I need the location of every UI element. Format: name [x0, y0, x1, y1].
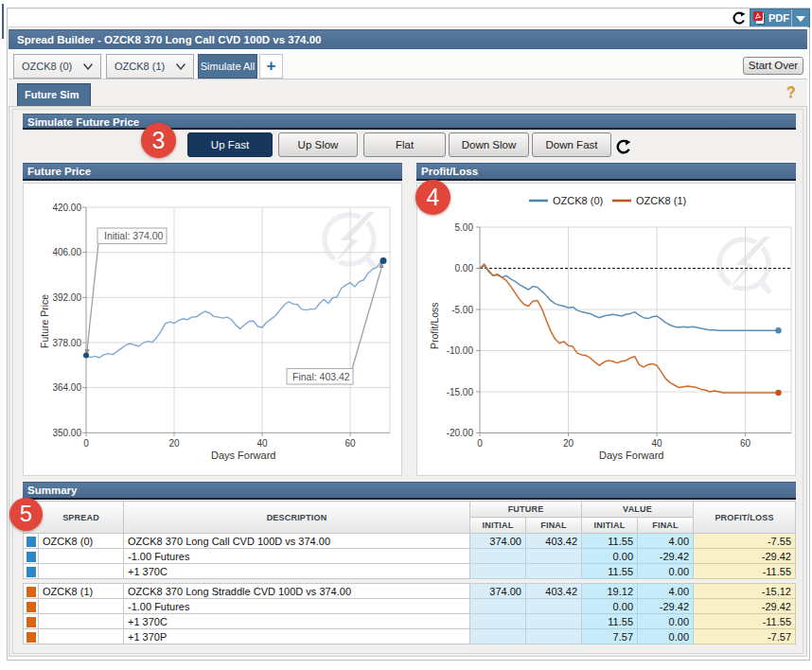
svg-text:Final: 403.42: Final: 403.42 [292, 371, 350, 382]
svg-text:Initial: 374.00: Initial: 374.00 [104, 230, 164, 241]
svg-text:OZCK8 (0): OZCK8 (0) [553, 195, 603, 206]
svg-text:OZCK8 (1): OZCK8 (1) [636, 195, 686, 206]
